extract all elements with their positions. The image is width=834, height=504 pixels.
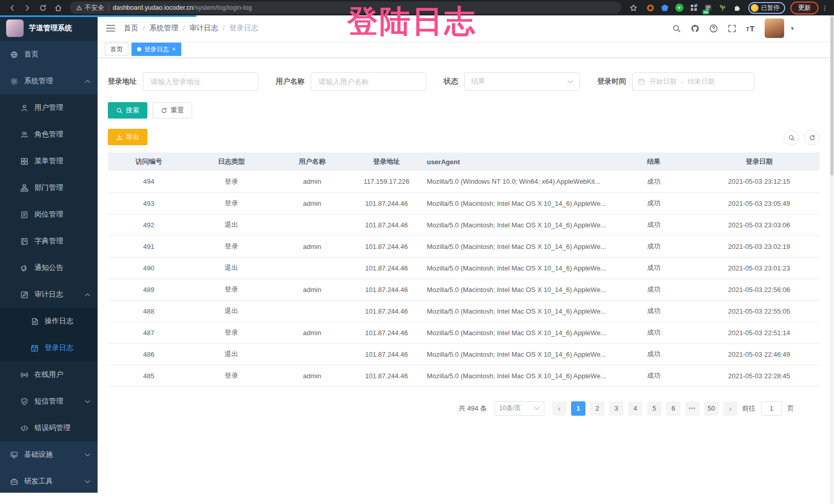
reset-button[interactable]: 重置	[153, 102, 192, 119]
breadcrumb-item[interactable]: 首页	[124, 24, 138, 33]
table-cell: admin	[273, 236, 351, 257]
refresh-table-button[interactable]	[804, 130, 820, 145]
breadcrumb-item[interactable]: 系统管理	[149, 24, 178, 33]
tag-view-tab[interactable]: 登录日志×	[131, 43, 181, 56]
github-icon[interactable]	[691, 24, 699, 33]
extension-green-heart-icon[interactable]: ♥	[675, 4, 684, 12]
page-number-button[interactable]: 4	[628, 401, 642, 416]
table-cell: 登录	[189, 279, 273, 300]
reload-icon[interactable]	[36, 2, 49, 14]
table-cell: 成功	[609, 171, 699, 192]
back-icon[interactable]	[5, 2, 18, 14]
font-size-icon[interactable]: TT	[746, 24, 755, 33]
column-header: 登录地址	[351, 152, 422, 171]
breadcrumb-item[interactable]: 审计日志	[189, 24, 218, 33]
page-number-button[interactable]: 1	[571, 401, 585, 416]
sidebar-item[interactable]: 错误码管理	[0, 415, 98, 441]
sidebar-item-label: 操作日志	[45, 317, 73, 326]
user-avatar[interactable]	[765, 18, 784, 38]
status-select[interactable]: 结果	[464, 72, 580, 91]
sidebar-item[interactable]: 通知公告	[0, 255, 98, 281]
next-page-button[interactable]: ›	[723, 401, 737, 416]
sidebar-item-label: 系统管理	[24, 76, 53, 86]
page-size-select[interactable]: 10条/页	[495, 401, 544, 416]
table-cell	[273, 257, 351, 279]
id-badge-icon	[21, 211, 28, 219]
table-row: 491登录admin101.87.244.46Mozilla/5.0 (Maci…	[108, 236, 820, 257]
page-buttons: 123456•••50	[571, 401, 718, 416]
extension-orange-ring-icon[interactable]	[646, 4, 655, 12]
sidebar-item[interactable]: 字典管理	[0, 228, 98, 255]
table-cell: admin	[273, 365, 351, 386]
audit-log-icon	[21, 291, 28, 299]
sidebar-item[interactable]: 在线用户	[0, 361, 98, 388]
sidebar-item[interactable]: 菜单管理	[0, 148, 98, 175]
tag-view-tab[interactable]: 首页	[105, 43, 128, 56]
extension-plant-icon[interactable]	[718, 4, 727, 12]
date-separator: -	[681, 78, 683, 86]
page-number-button[interactable]: 3	[609, 401, 623, 416]
page-number-button[interactable]: 50	[704, 401, 718, 416]
table-row: 494登录admin117.159.17.226Mozilla/5.0 (Win…	[108, 171, 820, 192]
forward-icon[interactable]	[21, 2, 34, 14]
prev-page-button[interactable]: ‹	[552, 401, 566, 416]
page-loading-bar	[0, 15, 196, 17]
header-search-icon[interactable]	[672, 24, 681, 33]
home-icon-browser[interactable]	[51, 2, 65, 14]
sidebar-item[interactable]: 用户管理	[0, 94, 98, 121]
page-scrollbar[interactable]	[830, 15, 834, 504]
status-placeholder: 结果	[471, 77, 485, 86]
profile-paused-badge[interactable]: 已暂停	[748, 2, 785, 14]
address-bar[interactable]: 不安全 dashboard.yudao.iocoder.cn/system/lo…	[70, 2, 621, 14]
table-cell: 101.87.244.46	[351, 279, 422, 300]
extension-blue-gem-icon[interactable]	[660, 4, 669, 12]
sidebar-item[interactable]: 首页	[0, 41, 98, 68]
bookmark-star-icon[interactable]	[627, 2, 640, 14]
browser-update-button[interactable]: 更新	[790, 2, 819, 14]
login-time-range-picker[interactable]: 开始日期 - 结束日期	[632, 72, 754, 91]
table-cell: 489	[108, 279, 189, 300]
page-number-button[interactable]: 6	[666, 401, 680, 416]
table-cell: 2021-05-03 23:12:15	[698, 171, 820, 192]
extension-list-icon[interactable]: on	[704, 4, 712, 12]
search-button[interactable]: 搜索	[108, 102, 147, 119]
export-button[interactable]: 导出	[108, 129, 147, 145]
scrollbar-thumb[interactable]	[830, 16, 833, 176]
login-address-input[interactable]	[143, 72, 258, 91]
chevron-down-icon[interactable]: ▼	[790, 26, 795, 31]
end-date-placeholder: 结束日期	[688, 77, 714, 86]
fullscreen-icon[interactable]	[728, 24, 736, 33]
close-icon[interactable]: ×	[172, 46, 176, 52]
sidebar-item[interactable]: 系统管理	[0, 68, 98, 94]
sidebar-item[interactable]: 短信管理	[0, 388, 98, 415]
sidebar-item[interactable]: 角色管理	[0, 121, 98, 148]
extension-puzzle-icon[interactable]	[732, 4, 741, 12]
browser-menu-icon[interactable]: ⋮	[821, 4, 829, 12]
pagination: 共 494 条 10条/页 ‹ 123456•••50 › 前往 页	[108, 401, 794, 416]
sidebar-item[interactable]: 部门管理	[0, 175, 98, 201]
table-cell: Mozilla/5.0 (Windows NT 10.0; Win64; x64…	[422, 171, 609, 192]
sidebar-item[interactable]: 审计日志	[0, 281, 98, 308]
sidebar-item-label: 错误码管理	[34, 423, 70, 433]
sidebar-item[interactable]: 基础设施	[0, 441, 98, 468]
sidebar-toggle-icon[interactable]	[106, 24, 116, 32]
help-icon[interactable]	[709, 24, 718, 33]
sidebar-item[interactable]: 操作日志	[0, 308, 98, 335]
table-row: 486退出101.87.244.46Mozilla/5.0 (Macintosh…	[108, 343, 820, 365]
table-cell: 494	[108, 171, 189, 192]
page-number-button[interactable]: 2	[590, 401, 604, 416]
sidebar-item[interactable]: 研发工具	[0, 468, 98, 493]
toggle-search-button[interactable]	[784, 130, 799, 145]
page-number-button[interactable]: 5	[647, 401, 661, 416]
table-cell: 101.87.244.46	[351, 236, 422, 257]
more-pages-button[interactable]: •••	[685, 401, 699, 416]
goto-page-input[interactable]	[761, 401, 782, 416]
username-input[interactable]	[311, 72, 426, 91]
sidebar-item[interactable]: 登录日志	[0, 335, 98, 361]
gear-icon	[10, 77, 18, 85]
extension-grid-icon[interactable]	[689, 4, 698, 12]
app-logo[interactable]: 芋道管理系统	[0, 15, 98, 41]
sidebar-item[interactable]: 岗位管理	[0, 201, 98, 228]
table-tools	[784, 130, 820, 145]
not-secure-warning[interactable]: 不安全	[76, 4, 104, 12]
